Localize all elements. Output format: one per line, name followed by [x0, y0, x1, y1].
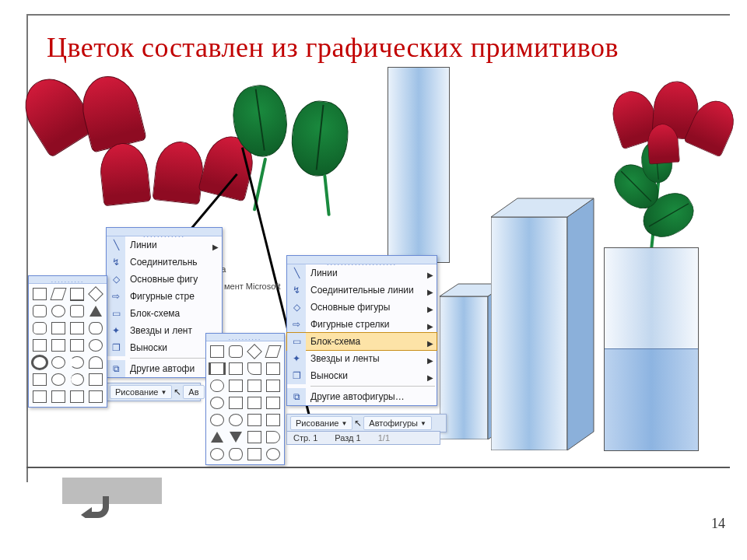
- shape-lbrace[interactable]: [33, 390, 47, 403]
- shape-roundrect[interactable]: [33, 305, 47, 317]
- fc-predef[interactable]: [209, 362, 226, 375]
- fc-card[interactable]: [247, 397, 261, 409]
- shape-rbrace[interactable]: [51, 390, 65, 403]
- menu2-item-stars[interactable]: ✦ Звезды и ленты ▶: [287, 350, 437, 367]
- shapes-palette-2[interactable]: ..........: [205, 333, 285, 465]
- fc-multidoc[interactable]: [266, 362, 280, 375]
- fc-offpage[interactable]: [229, 397, 243, 409]
- fc-prep[interactable]: [229, 380, 243, 392]
- menu1-item-more[interactable]: ⧉ Другие автофи: [107, 360, 222, 377]
- fc-data[interactable]: [265, 345, 281, 358]
- shape-plus[interactable]: [51, 322, 65, 334]
- fc-internal[interactable]: [229, 362, 243, 375]
- pointer-icon-1[interactable]: ↖: [174, 387, 181, 397]
- menu2-item-more[interactable]: ⧉ Другие автофигуры…: [287, 388, 437, 405]
- shapes-palette-1[interactable]: ..........: [28, 275, 107, 408]
- drawing-menu-button-1[interactable]: Рисование ▼: [110, 385, 172, 399]
- drawing-toolbar-2[interactable]: Рисование ▼ ↖ Автофигуры ▼: [286, 414, 447, 432]
- menu1-item-stars[interactable]: ✦ Звезды и лент: [107, 322, 222, 339]
- shape-triangle[interactable]: [89, 306, 102, 317]
- fc-sumjunc[interactable]: [210, 414, 224, 426]
- autoshapes-button-2[interactable]: Автофигуры ▼: [363, 416, 432, 430]
- fc-extract[interactable]: [211, 432, 223, 443]
- fc-sort[interactable]: [266, 414, 280, 426]
- shape-light[interactable]: [33, 373, 47, 386]
- shape-paral[interactable]: [50, 288, 66, 300]
- fc-directacc[interactable]: [247, 448, 261, 460]
- shape-hex[interactable]: [70, 305, 84, 317]
- shape-cube[interactable]: [33, 339, 47, 352]
- fc-manual-in[interactable]: [247, 380, 261, 392]
- shape-bracket[interactable]: [89, 373, 103, 386]
- fc-decision[interactable]: [247, 344, 262, 359]
- fc-manual-op[interactable]: [266, 380, 280, 392]
- drawing-toolbar-1[interactable]: Рисование ▼ ↖ Ав: [106, 383, 201, 401]
- column-flat-center: [388, 67, 450, 263]
- shape-rect[interactable]: [33, 288, 47, 300]
- menu2-separator: [310, 386, 435, 387]
- fc-term[interactable]: [210, 380, 224, 392]
- menu1-item-connectors[interactable]: ↯ Соединительнь: [107, 254, 222, 271]
- menu1-item-basic[interactable]: ◇ Основные фигу: [107, 271, 222, 288]
- menu1-label-arrows: Фигурные стре: [130, 289, 195, 303]
- col-iso-2: [491, 194, 598, 450]
- af-label-2: Автофигуры: [369, 418, 418, 428]
- shape-octagon[interactable]: [33, 322, 47, 334]
- shape-trap[interactable]: [70, 288, 84, 301]
- shape-can[interactable]: [89, 390, 103, 403]
- menu2-item-arrows[interactable]: ⇨ Фигурные стрелки ▶: [287, 316, 437, 333]
- menu1-item-arrows[interactable]: ⇨ Фигурные стре: [107, 288, 222, 305]
- menu2-item-basic[interactable]: ◇ Основные фигуры ▶: [287, 299, 437, 316]
- shape-cyl[interactable]: [89, 322, 103, 334]
- shape-arc[interactable]: [70, 356, 84, 369]
- shape-noentry[interactable]: [51, 356, 65, 369]
- palette-grip-2[interactable]: ..........: [206, 334, 284, 341]
- shape-cross[interactable]: [70, 322, 84, 334]
- fc-tape[interactable]: [266, 397, 280, 409]
- pointer-icon-2[interactable]: ↖: [354, 418, 362, 429]
- shape-moon[interactable]: [71, 373, 84, 386]
- chevron-right-icon: ▶: [427, 303, 433, 317]
- fc-doc[interactable]: [247, 362, 261, 375]
- menu1-item-lines[interactable]: ╲ Линии ▶: [107, 236, 222, 254]
- fc-display[interactable]: [266, 448, 280, 460]
- menu2-item-lines[interactable]: ╲ Линии ▶: [287, 264, 437, 282]
- fc-stored[interactable]: [247, 431, 261, 443]
- shape-heart[interactable]: [89, 356, 103, 369]
- drawing-menu-button-2[interactable]: Рисование ▼: [290, 416, 352, 430]
- menu1-item-flowchart[interactable]: ▭ Блок-схема: [107, 305, 222, 322]
- menu2-label-more: Другие автофигуры…: [310, 390, 405, 404]
- status-section: Разд 1: [335, 433, 360, 443]
- menu2-label-callouts: Выноски: [310, 369, 348, 383]
- palette-grip-1[interactable]: ..........: [29, 276, 107, 284]
- menu1-item-callouts[interactable]: ❐ Выноски: [107, 339, 222, 356]
- fc-delay[interactable]: [266, 431, 280, 443]
- fc-collate[interactable]: [247, 414, 261, 426]
- shape-diamond[interactable]: [88, 286, 103, 302]
- fc-connector[interactable]: [210, 397, 224, 409]
- menu-grip-2[interactable]: ....................: [287, 256, 437, 264]
- fc-merge[interactable]: [230, 432, 242, 443]
- fc-seqacc[interactable]: [210, 448, 224, 460]
- shape-sun[interactable]: [51, 373, 65, 386]
- menu-grip-1[interactable]: ............: [107, 228, 222, 236]
- fc-process[interactable]: [210, 345, 224, 358]
- autoshapes-menu-2[interactable]: .................... ╲ Линии ▶ ↯ Соедини…: [286, 255, 437, 406]
- fc-alt[interactable]: [229, 345, 243, 358]
- autoshapes-button-1[interactable]: Ав: [183, 385, 204, 399]
- shape-plaque[interactable]: [70, 390, 84, 403]
- shape-fold[interactable]: [70, 339, 84, 352]
- chevron-down-icon: ▼: [341, 420, 347, 427]
- shape-bevel[interactable]: [51, 339, 65, 352]
- shape-oval[interactable]: [51, 305, 65, 317]
- uturn-arrow-icon[interactable]: [78, 493, 115, 518]
- fc-or[interactable]: [229, 414, 243, 426]
- menu2-label-flow: Блок-схема: [310, 334, 360, 348]
- chevron-right-icon: ▶: [427, 354, 433, 368]
- menu2-item-connectors[interactable]: ↯ Соединительные линии ▶: [287, 282, 437, 299]
- menu2-item-flowchart[interactable]: ▭ Блок-схема ▶: [286, 332, 437, 351]
- shape-smile[interactable]: [89, 339, 103, 352]
- menu2-item-callouts[interactable]: ❐ Выноски ▶: [287, 367, 437, 384]
- fc-magdisk[interactable]: [229, 448, 243, 460]
- shape-donut[interactable]: [31, 355, 48, 370]
